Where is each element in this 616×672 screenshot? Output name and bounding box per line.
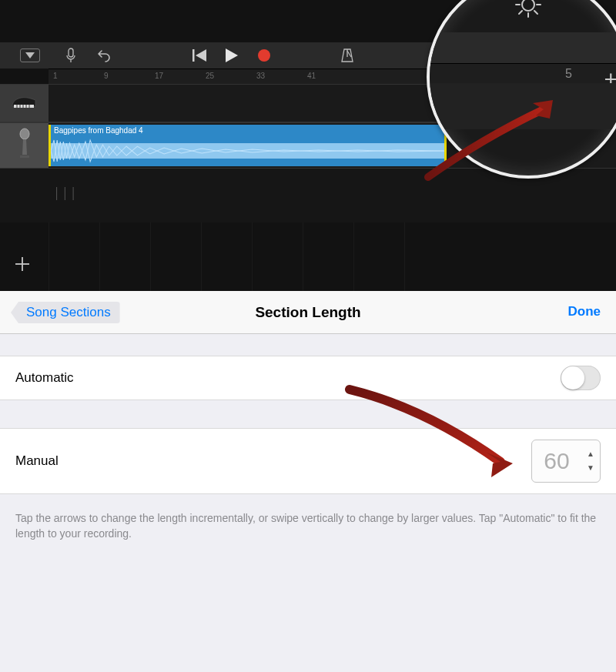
svg-rect-1	[69, 48, 73, 57]
piano-icon	[11, 92, 38, 114]
waveform	[51, 135, 444, 166]
svg-line-25	[534, 11, 537, 14]
ruler-tick: 9	[104, 72, 109, 80]
ruler-tick: 33	[256, 72, 265, 80]
manual-stepper[interactable]: 60 ▲ ▼	[531, 440, 601, 483]
ruler-tick: 41	[307, 72, 316, 80]
stepper-down-icon[interactable]: ▼	[587, 465, 594, 471]
done-button[interactable]: Done	[568, 304, 601, 319]
microphone-icon	[17, 128, 32, 163]
svg-rect-14	[20, 155, 29, 158]
region-title: Bagpipes from Baghdad 4	[54, 126, 143, 135]
rewind-icon[interactable]	[192, 49, 206, 62]
panel-footer-text: Tap the arrows to change the length incr…	[15, 511, 601, 541]
drag-handle-icon[interactable]: │││	[54, 187, 79, 199]
panel-title: Section Length	[255, 304, 360, 321]
settings-gear-icon[interactable]	[513, 0, 544, 23]
manual-label: Manual	[15, 453, 59, 469]
record-icon[interactable]	[257, 48, 271, 62]
svg-marker-0	[25, 52, 35, 59]
svg-rect-2	[192, 49, 195, 62]
svg-point-13	[20, 129, 29, 139]
automatic-row: Automatic	[0, 356, 616, 400]
manual-value: 60	[532, 448, 581, 474]
stepper-up-icon[interactable]: ▲	[587, 451, 594, 457]
svg-marker-4	[226, 48, 238, 62]
undo-icon[interactable]	[88, 48, 122, 62]
track-header-vocal[interactable]	[0, 123, 49, 168]
ruler-tick: 25	[206, 72, 214, 80]
manual-row: Manual 60 ▲ ▼	[0, 428, 616, 494]
metronome-icon[interactable]	[340, 48, 354, 63]
ruler-tick: 5	[565, 67, 572, 81]
track-header-piano[interactable]	[0, 85, 49, 122]
play-icon[interactable]	[226, 48, 238, 62]
garageband-editor: 1 9 17 25 33 41 Bagpipes from Baghdad 4	[0, 0, 616, 291]
svg-point-5	[258, 49, 270, 62]
ruler-tick: 17	[155, 72, 163, 80]
automatic-toggle[interactable]	[561, 366, 601, 390]
audio-region[interactable]: Bagpipes from Baghdad 4	[49, 125, 447, 166]
panel-navbar: Song Sections Section Length Done	[0, 291, 616, 334]
svg-marker-3	[196, 49, 206, 62]
back-button[interactable]: Song Sections	[11, 302, 120, 323]
add-track-button[interactable]	[14, 256, 31, 277]
ruler-tick: 1	[53, 72, 58, 80]
svg-line-27	[519, 11, 522, 14]
mic-icon[interactable]	[54, 48, 88, 63]
svg-point-19	[522, 0, 534, 11]
section-length-panel: Song Sections Section Length Done Automa…	[0, 291, 616, 672]
automatic-label: Automatic	[15, 370, 74, 386]
view-menu-button[interactable]	[20, 48, 40, 62]
